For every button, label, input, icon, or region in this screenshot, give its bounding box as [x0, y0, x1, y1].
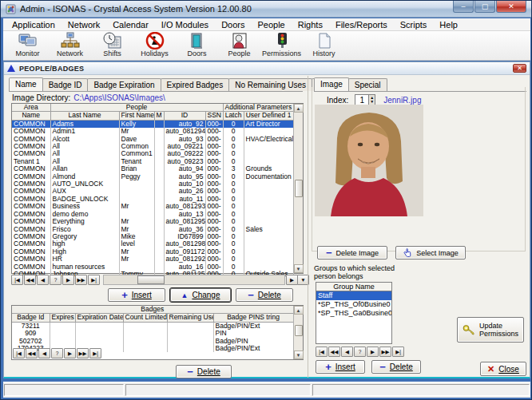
badge-delete-button[interactable]: − Delete [176, 365, 232, 378]
column-header-last-name[interactable]: Last Name [50, 112, 119, 120]
menu-help[interactable]: Help [434, 19, 463, 30]
menu-rights[interactable]: Rights [292, 19, 328, 30]
scroll-down-icon[interactable]: ▼ [294, 350, 304, 359]
tab-expired-badges[interactable]: Expired Badges [161, 78, 230, 91]
column-header-badge-id[interactable]: Badge Id [12, 314, 50, 322]
nav-prev-button[interactable]: ◀ [38, 348, 50, 358]
hscroll-thumb[interactable] [137, 275, 165, 284]
people-row[interactable]: COMMONdemo demoauto_13000-0 [12, 211, 293, 218]
nav-search-button[interactable]: ? [50, 275, 62, 285]
toolbar-doors-button[interactable]: Doors [177, 32, 216, 60]
hscroll-right-icon[interactable]: ▶ [286, 275, 298, 285]
column-header-name[interactable]: Name [12, 112, 50, 120]
group-item[interactable]: *SP_THS_Ga0Busine0 [316, 309, 391, 318]
badge-row[interactable]: 73211Badge/PIN/Ext [12, 322, 293, 330]
menu-network[interactable]: Network [62, 19, 105, 30]
toolbar-holidays-button[interactable]: Holidays [135, 32, 174, 60]
people-row[interactable]: Tenant 1AllTenantauto_09223000-0 [12, 158, 293, 165]
delete-image-button[interactable]: − Delete Image [317, 246, 387, 259]
column-header-user-defined-1[interactable]: User Defined 1 [244, 112, 293, 120]
nav-last-button[interactable]: ▶| [392, 347, 404, 357]
badge-row[interactable]: 502702Badge/PIN [12, 338, 293, 345]
people-row[interactable]: COMMONEverythingMrauto_081295000-0 [12, 218, 293, 225]
column-header-ssn[interactable]: SSN [205, 112, 223, 120]
nav-prev-page-button[interactable]: ◀◀ [26, 348, 38, 358]
people-row[interactable]: COMMONAllCommon1auto_09222000-0 [12, 150, 293, 157]
menu-files-reports[interactable]: Files/Reports [330, 19, 393, 30]
nav-next-page-button[interactable]: ▶▶ [77, 348, 89, 358]
tab-no-remaining-uses[interactable]: No Remaining Uses [228, 78, 312, 91]
scroll-up-icon[interactable]: ▲ [294, 104, 304, 113]
people-row[interactable]: COMMONAllCommonauto_09221000-0 [12, 143, 293, 150]
nav-prev-page-button[interactable]: ◀◀ [24, 275, 36, 285]
nav-next-button[interactable]: ▶ [64, 348, 76, 358]
group-insert-button[interactable]: + Insert [316, 360, 365, 374]
nav-search-button[interactable]: ? [51, 348, 63, 358]
nav-first-button[interactable]: |◀ [13, 348, 25, 358]
people-grid-hscrollbar[interactable] [103, 275, 285, 285]
change-button[interactable]: ▲ Change [170, 288, 231, 302]
toolbar-permissions-button[interactable]: Permissions [262, 32, 301, 60]
nav-next-button[interactable]: ▶ [367, 347, 379, 357]
people-row[interactable]: COMMONAUTO_UNLOCKauto_10000-0 [12, 180, 293, 188]
group-item[interactable]: *SP_THS_Of0Busine0 [316, 300, 391, 309]
people-row[interactable]: COMMONhighlevelauto_081298000-0 [12, 240, 293, 248]
column-header-count-limited[interactable]: Count Limited [123, 314, 167, 322]
people-row[interactable]: COMMONAdamsKellyauto_92000-0Art Director [12, 120, 293, 128]
select-image-button[interactable]: Select Image [395, 246, 466, 259]
nav-next-page-button[interactable]: ▶▶ [379, 347, 391, 357]
menu-application[interactable]: Application [6, 19, 61, 30]
update-permissions-button[interactable]: Update Permissions [457, 317, 524, 343]
people-row[interactable]: COMMONAllanBrianauto_94000-3Grounds [12, 165, 293, 172]
group-item[interactable]: Staff [316, 291, 391, 300]
panel-close-button[interactable]: ✕ [513, 64, 526, 73]
people-row[interactable]: COMMONBADGE_UNLOCKauto_11000-0 [12, 196, 293, 203]
tab-badge-id[interactable]: Badge ID [42, 78, 89, 91]
people-row[interactable]: COMMONBusinessMrauto_081293000-0 [12, 203, 293, 210]
toolbar-shifts-button[interactable]: Shifts [93, 32, 132, 60]
people-grid-vscrollbar[interactable]: ▲ ▼ [293, 104, 303, 273]
nav-last-button[interactable]: ▶| [88, 275, 100, 285]
nav-prev-button[interactable]: ◀ [37, 275, 49, 285]
badges-grid-vscrollbar[interactable]: ▲ ▼ [293, 306, 303, 359]
column-header-badge-pins-tring[interactable]: Badge PINS tring [213, 314, 293, 322]
nav-last-button[interactable]: ▶| [89, 348, 101, 358]
nav-next-page-button[interactable]: ▶▶ [75, 275, 87, 285]
toolbar-network-button[interactable]: Network [50, 32, 89, 60]
scroll-up-icon[interactable]: ▲ [294, 306, 304, 315]
tab-badge-expiration[interactable]: Badge Expiration [87, 78, 161, 91]
column-header-m[interactable]: M [154, 112, 164, 120]
column-header-first-name[interactable]: First Name [119, 112, 154, 120]
people-row[interactable]: COMMONHRMrauto_081292000-0 [12, 255, 293, 263]
column-header-latch[interactable]: Latch [223, 112, 244, 120]
toolbar-monitor-button[interactable]: Monitor [8, 32, 47, 60]
menu-doors[interactable]: Doors [216, 19, 250, 30]
index-spinner[interactable]: 1 ▲▼ [355, 94, 375, 105]
column-header-id[interactable]: ID [164, 112, 205, 120]
menu-i-o-modules[interactable]: I/O Modules [156, 19, 214, 30]
nav-first-button[interactable]: |◀ [11, 275, 23, 285]
scroll-thumb[interactable] [295, 325, 303, 336]
tab-name[interactable]: Name [9, 77, 43, 91]
panel-close-bottom-button[interactable]: ✕ Close [480, 362, 526, 376]
people-row[interactable]: COMMONAdmin1Mrauto_081294000-0 [12, 128, 293, 135]
people-row[interactable]: COMMONAlmondPeggyauto_95000-0Documentati… [12, 173, 293, 180]
scroll-thumb[interactable] [295, 180, 303, 197]
nav-first-button[interactable]: |◀ [316, 347, 328, 357]
insert-button[interactable]: + Insert [108, 288, 165, 302]
spinner-arrows[interactable]: ▲▼ [368, 95, 375, 105]
delete-button[interactable]: − Delete [236, 288, 293, 302]
nav-next-button[interactable]: ▶ [62, 275, 74, 285]
menu-people[interactable]: People [252, 19, 290, 30]
nav-search-button[interactable]: ? [354, 347, 366, 357]
people-row[interactable]: COMMONHighMrauto_091172000-0 [12, 248, 293, 255]
column-header-expires[interactable]: Expires [50, 314, 75, 322]
people-row[interactable]: COMMONhuman resourcesauto_16000-0 [12, 263, 293, 271]
people-row[interactable]: COMMONGregoryMikeID67899000-0 [12, 233, 293, 240]
people-row[interactable]: COMMONFriscoMrauto_36000-0Sales [12, 226, 293, 233]
nav-prev-page-button[interactable]: ◀◀ [328, 347, 340, 357]
badge-row[interactable]: 909PIN [12, 330, 293, 337]
column-header-remaining-uses[interactable]: Remaining Uses [167, 314, 213, 322]
maximize-button[interactable]: ▢ [474, 1, 495, 13]
people-row[interactable]: COMMONAlcottDaveauto_93000-0HVAC/Electri… [12, 136, 293, 143]
